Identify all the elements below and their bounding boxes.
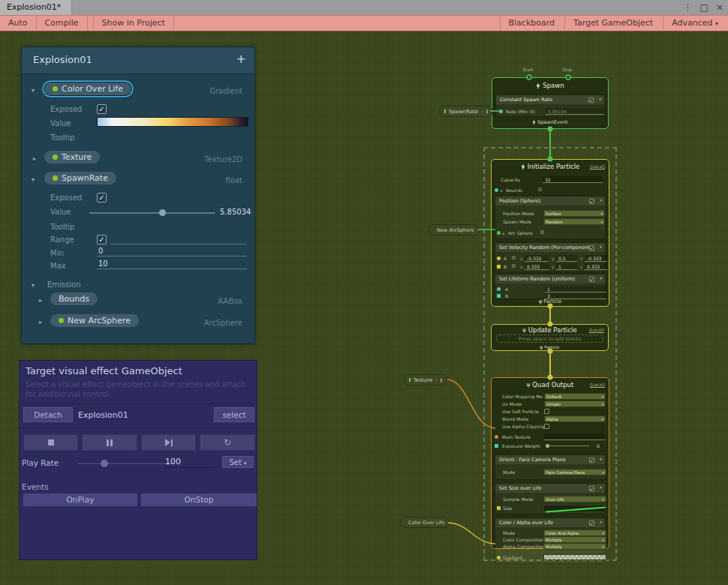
param-spawnrate[interactable]: SpawnRate [44,172,116,184]
block-enabled-checkbox[interactable]: ✓ [589,520,594,526]
kebab-menu-icon[interactable]: ⋮ [684,0,693,15]
velocity-b-port[interactable] [497,265,501,268]
gradient-preview[interactable] [97,117,248,127]
quad-output-scope-toggle[interactable]: (Local) [590,382,605,387]
chevron-down-icon[interactable]: ▾ [32,282,35,289]
chevron-down-icon[interactable]: ▾ [600,485,602,490]
chevron-right-icon[interactable]: ▸ [503,231,505,236]
compile-button[interactable]: Compile [37,16,88,31]
close-icon[interactable]: × [716,0,723,15]
quad-output-node[interactable]: ψ Quad Output (Local) Color Mapping Mode… [491,377,609,549]
main-texture-field[interactable] [544,434,606,440]
collapse-icon[interactable]: ‹ [481,109,483,115]
onplay-button[interactable]: OnPlay [23,494,137,506]
set-button[interactable]: Set ▾ [222,456,254,468]
param-texture[interactable]: Texture [44,151,100,164]
chevron-right-icon[interactable]: ▸ [39,319,42,326]
color-over-life-parameter-node[interactable]: Color Over Life ‹ [400,517,450,528]
block-enabled-checkbox[interactable]: ✓ [589,486,594,491]
max-field[interactable]: 10 [97,260,247,269]
arc-sphere-input-port[interactable] [497,231,501,235]
detach-button[interactable]: Detach [23,407,73,422]
velocity-a-port[interactable] [497,256,501,260]
spawn-mode-dropdown[interactable]: Random ▾ [543,218,605,225]
play-rate-slider-track[interactable] [78,463,174,464]
update-particle-node[interactable]: ψ Update Particle (Local) Press space to… [491,324,609,351]
param-color-over-life[interactable]: Color Over Life [44,82,131,95]
main-texture-input-port[interactable] [495,435,498,439]
play-rate-slider-knob[interactable] [101,460,108,467]
capacity-field[interactable]: 32 [543,176,603,183]
set-lifetime-random-block[interactable]: Set Lifetime Random (Uniform) ✓ ▾ A 1 B … [495,274,606,299]
block-enabled-checkbox[interactable]: ✓ [589,245,594,250]
chevron-down-icon[interactable]: ▾ [600,198,602,202]
constant-spawn-rate-block[interactable]: Constant Spawn Rate ✓ ▾ Rate (Min: 0) 5.… [495,94,605,117]
chevron-down-icon[interactable]: ▾ [599,97,601,101]
size-curve-field[interactable] [543,505,606,512]
block-enabled-checkbox[interactable]: ✓ [589,458,594,463]
block-enabled-checkbox[interactable]: ✓ [589,277,594,282]
sample-mode-dropdown[interactable]: Over Life ▾ [543,496,606,502]
spawnrate-parameter-node[interactable]: SpawnRate ‹ [439,106,493,117]
exposed-checkbox[interactable]: ✓ [97,193,107,202]
velocity-b-z-field[interactable]: 0.333 [585,263,607,270]
orient-block[interactable]: Orient : Face Camera Plane ✓ ▾ Mode Face… [495,454,606,480]
velocity-a-y-field[interactable]: 0.2 [556,255,577,262]
velocity-a-x-field[interactable]: -0.333 [525,255,549,262]
chevron-right-icon[interactable]: ▸ [501,188,503,193]
blackboard-toggle-button[interactable]: Blackboard [500,16,564,31]
update-scope-toggle[interactable]: (Local) [589,327,604,332]
value-slider-knob[interactable] [159,209,166,216]
block-enabled-checkbox[interactable]: ✓ [588,98,594,103]
texture-parameter-node[interactable]: Texture ‹ [404,374,447,386]
collapse-icon[interactable]: ‹ [447,520,450,526]
link-icon[interactable] [512,256,516,260]
param-new-arcsphere[interactable]: New ArcSphere [50,314,139,327]
velocity-b-x-field[interactable]: 0.333 [525,263,549,270]
show-in-project-button[interactable]: Show in Project [94,16,174,31]
exposure-slider-track[interactable] [546,446,589,446]
chevron-down-icon[interactable]: ▾ [32,176,35,183]
exposed-checkbox[interactable]: ✓ [97,104,107,114]
auto-button[interactable]: Auto [0,16,37,31]
value-number[interactable]: 5.85034 [220,208,251,216]
lifetime-a-port[interactable] [497,287,501,291]
set-velocity-random-block[interactable]: Set Velocity Random (Per-component) ✓ ▾ … [495,242,606,272]
chevron-down-icon[interactable]: ▾ [600,520,602,524]
rate-value-field[interactable]: 5.85034 [546,108,604,115]
spawnrate-output-port[interactable] [486,110,488,114]
chevron-down-icon[interactable]: ▾ [32,87,35,94]
space-toggle-icon[interactable] [540,230,544,234]
stop-button[interactable] [23,434,78,451]
color-alpha-over-life-block[interactable]: Color / Alpha over Life ✓ ▾ Mode Color A… [495,518,606,564]
orient-mode-dropdown[interactable]: Face Camera Plane ▾ [543,469,606,476]
step-button[interactable] [141,434,196,451]
add-parameter-button[interactable]: + [236,52,246,66]
select-button[interactable]: select [214,407,254,422]
alpha-clipping-checkbox[interactable] [544,424,549,429]
lifetime-a-field[interactable]: 1 [545,286,606,292]
size-input-port[interactable] [497,506,501,510]
space-toggle-icon[interactable] [538,188,542,191]
color-mapping-dropdown[interactable]: Default ▾ [544,393,606,400]
min-field[interactable]: 0 [97,247,247,256]
param-bounds[interactable]: Bounds [50,292,98,305]
category-emission[interactable]: Emission [47,280,81,289]
range-checkbox[interactable]: ✓ [97,235,107,244]
color-composition-dropdown[interactable]: Multiply ▾ [543,536,606,543]
gradient-field[interactable] [543,554,606,560]
new-arcsphere-parameter-node[interactable]: New ArcSphere ‹ [429,224,480,236]
initialize-particle-node[interactable]: Initialize Particle (Local) Capacity 32 … [491,159,609,307]
chevron-down-icon[interactable]: ▾ [600,276,602,280]
color-mode-dropdown[interactable]: Color And Alpha ▾ [543,530,606,536]
lifetime-b-port[interactable] [497,294,501,298]
tab-explosion01[interactable]: Explosion01* [0,0,72,15]
velocity-a-z-field[interactable]: -0.333 [585,255,607,262]
graph-canvas[interactable]: Spawn Constant Spawn Rate ✓ ▾ Rate (Min:… [0,32,728,585]
bounds-input-port[interactable] [495,188,498,192]
chevron-right-icon[interactable]: ▸ [33,155,36,162]
exposure-slider-knob[interactable] [546,444,549,448]
collapse-icon[interactable]: ‹ [477,227,480,233]
blackboard-header[interactable]: Explosion01 + [22,47,254,74]
spawn-node[interactable]: Spawn Constant Spawn Rate ✓ ▾ Rate (Min:… [492,77,609,129]
